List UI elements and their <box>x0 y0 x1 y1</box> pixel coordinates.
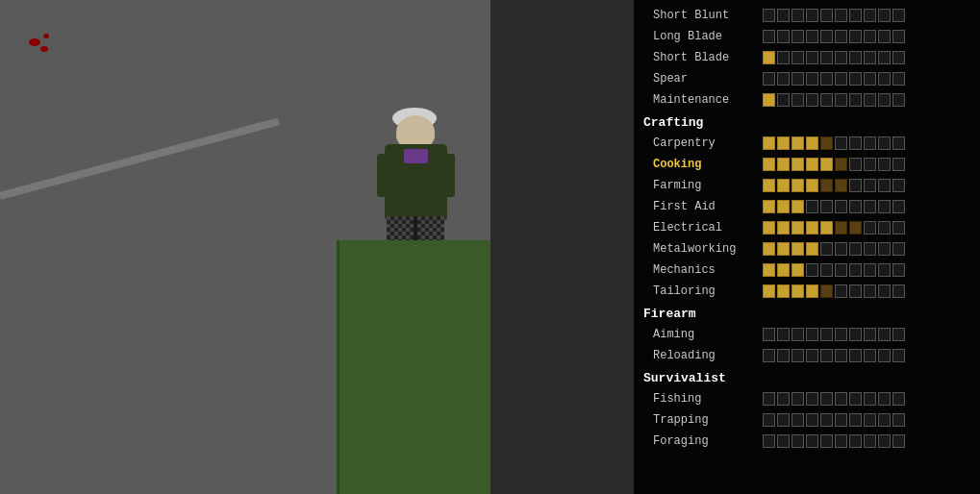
xp-bar-foraging-7[interactable] <box>864 434 876 448</box>
xp-bar-reloading-3[interactable] <box>806 349 818 362</box>
xp-bar-mechanics-4[interactable] <box>820 263 833 277</box>
xp-bar-short-blade-0[interactable] <box>763 51 775 64</box>
xp-bar-foraging-6[interactable] <box>849 434 862 448</box>
xp-bar-long-blade-4[interactable] <box>820 30 833 43</box>
xp-bar-fishing-8[interactable] <box>878 392 891 406</box>
xp-bar-aiming-7[interactable] <box>864 328 876 341</box>
xp-bar-maintenance-8[interactable] <box>878 93 891 107</box>
xp-bar-long-blade-9[interactable] <box>892 30 905 43</box>
xp-bar-tailoring-0[interactable] <box>763 284 775 298</box>
xp-bar-farming-6[interactable] <box>849 179 862 192</box>
xp-bar-trapping-9[interactable] <box>892 413 905 427</box>
xp-bar-maintenance-3[interactable] <box>806 93 818 107</box>
xp-bar-first-aid-3[interactable] <box>806 200 818 213</box>
xp-bar-short-blade-4[interactable] <box>820 51 833 64</box>
xp-bar-tailoring-3[interactable] <box>806 284 818 298</box>
xp-bar-fishing-5[interactable] <box>835 392 847 406</box>
xp-bar-long-blade-8[interactable] <box>878 30 891 43</box>
xp-bar-cooking-7[interactable] <box>864 158 876 171</box>
xp-bar-short-blade-7[interactable] <box>864 51 876 64</box>
xp-bar-spear-7[interactable] <box>864 72 876 86</box>
xp-bar-electrical-4[interactable] <box>820 221 833 235</box>
xp-bar-electrical-1[interactable] <box>777 221 790 235</box>
xp-bar-aiming-2[interactable] <box>792 328 804 341</box>
xp-bar-fishing-9[interactable] <box>892 392 905 406</box>
xp-bar-carpentry-2[interactable] <box>792 136 804 150</box>
skills-panel[interactable]: Short BluntLong BladeShort BladeSpearMai… <box>634 0 980 494</box>
xp-bar-carpentry-7[interactable] <box>864 136 876 150</box>
xp-bar-spear-1[interactable] <box>777 72 790 86</box>
xp-bar-reloading-6[interactable] <box>849 349 862 362</box>
xp-bar-foraging-0[interactable] <box>763 434 775 448</box>
xp-bar-tailoring-6[interactable] <box>849 284 862 298</box>
xp-bar-first-aid-4[interactable] <box>820 200 833 213</box>
xp-bar-cooking-8[interactable] <box>878 158 891 171</box>
xp-bar-carpentry-6[interactable] <box>849 136 862 150</box>
xp-bar-spear-2[interactable] <box>792 72 804 86</box>
xp-bar-carpentry-0[interactable] <box>763 136 775 150</box>
xp-bar-maintenance-9[interactable] <box>892 93 905 107</box>
xp-bar-reloading-4[interactable] <box>820 349 833 362</box>
xp-bar-metalworking-4[interactable] <box>820 242 833 256</box>
xp-bar-first-aid-6[interactable] <box>849 200 862 213</box>
xp-bar-electrical-6[interactable] <box>849 221 862 235</box>
xp-bar-electrical-8[interactable] <box>878 221 891 235</box>
xp-bar-maintenance-6[interactable] <box>849 93 862 107</box>
xp-bar-reloading-0[interactable] <box>763 349 775 362</box>
xp-bar-short-blunt-8[interactable] <box>878 9 891 22</box>
xp-bar-farming-1[interactable] <box>777 179 790 192</box>
xp-bar-mechanics-1[interactable] <box>777 263 790 277</box>
xp-bar-long-blade-6[interactable] <box>849 30 862 43</box>
xp-bar-electrical-9[interactable] <box>892 221 905 235</box>
xp-bar-trapping-6[interactable] <box>849 413 862 427</box>
xp-bar-farming-3[interactable] <box>806 179 818 192</box>
xp-bar-electrical-3[interactable] <box>806 221 818 235</box>
xp-bar-maintenance-2[interactable] <box>792 93 804 107</box>
xp-bar-metalworking-3[interactable] <box>806 242 818 256</box>
xp-bar-fishing-6[interactable] <box>849 392 862 406</box>
xp-bar-cooking-1[interactable] <box>777 158 790 171</box>
xp-bar-metalworking-7[interactable] <box>864 242 876 256</box>
xp-bar-trapping-5[interactable] <box>835 413 847 427</box>
xp-bar-metalworking-8[interactable] <box>878 242 891 256</box>
xp-bar-trapping-3[interactable] <box>806 413 818 427</box>
xp-bar-fishing-4[interactable] <box>820 392 833 406</box>
xp-bar-short-blunt-6[interactable] <box>849 9 862 22</box>
xp-bar-reloading-9[interactable] <box>892 349 905 362</box>
xp-bar-short-blade-9[interactable] <box>892 51 905 64</box>
xp-bar-short-blade-8[interactable] <box>878 51 891 64</box>
xp-bar-trapping-2[interactable] <box>792 413 804 427</box>
xp-bar-carpentry-4[interactable] <box>820 136 833 150</box>
xp-bar-carpentry-9[interactable] <box>892 136 905 150</box>
xp-bar-tailoring-2[interactable] <box>792 284 804 298</box>
xp-bar-cooking-3[interactable] <box>806 158 818 171</box>
xp-bar-long-blade-7[interactable] <box>864 30 876 43</box>
xp-bar-electrical-5[interactable] <box>835 221 847 235</box>
xp-bar-electrical-7[interactable] <box>864 221 876 235</box>
xp-bar-long-blade-0[interactable] <box>763 30 775 43</box>
xp-bar-maintenance-7[interactable] <box>864 93 876 107</box>
xp-bar-short-blade-6[interactable] <box>849 51 862 64</box>
xp-bar-first-aid-2[interactable] <box>792 200 804 213</box>
xp-bar-metalworking-9[interactable] <box>892 242 905 256</box>
xp-bar-long-blade-1[interactable] <box>777 30 790 43</box>
xp-bar-aiming-4[interactable] <box>820 328 833 341</box>
xp-bar-spear-5[interactable] <box>835 72 847 86</box>
xp-bar-metalworking-6[interactable] <box>849 242 862 256</box>
xp-bar-tailoring-8[interactable] <box>878 284 891 298</box>
xp-bar-tailoring-7[interactable] <box>864 284 876 298</box>
xp-bar-trapping-7[interactable] <box>864 413 876 427</box>
xp-bar-short-blunt-4[interactable] <box>820 9 833 22</box>
xp-bar-mechanics-0[interactable] <box>763 263 775 277</box>
xp-bar-short-blunt-7[interactable] <box>864 9 876 22</box>
xp-bar-electrical-2[interactable] <box>792 221 804 235</box>
xp-bar-spear-3[interactable] <box>806 72 818 86</box>
xp-bar-long-blade-5[interactable] <box>835 30 847 43</box>
xp-bar-tailoring-1[interactable] <box>777 284 790 298</box>
xp-bar-farming-2[interactable] <box>792 179 804 192</box>
xp-bar-mechanics-8[interactable] <box>878 263 891 277</box>
xp-bar-first-aid-7[interactable] <box>864 200 876 213</box>
xp-bar-fishing-7[interactable] <box>864 392 876 406</box>
xp-bar-aiming-9[interactable] <box>892 328 905 341</box>
xp-bar-reloading-7[interactable] <box>864 349 876 362</box>
